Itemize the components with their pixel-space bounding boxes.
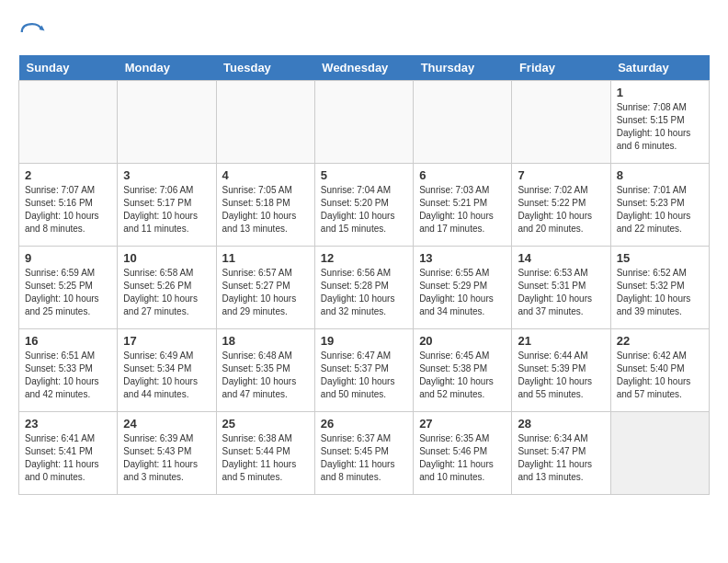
day-number: 17 bbox=[123, 334, 210, 348]
day-info: Sunrise: 6:34 AM Sunset: 5:47 PM Dayligh… bbox=[518, 432, 604, 484]
calendar-cell: 14Sunrise: 6:53 AM Sunset: 5:31 PM Dayli… bbox=[512, 247, 610, 329]
calendar-row: 9Sunrise: 6:59 AM Sunset: 5:25 PM Daylig… bbox=[19, 247, 710, 329]
day-number: 7 bbox=[518, 168, 604, 182]
calendar-cell: 16Sunrise: 6:51 AM Sunset: 5:33 PM Dayli… bbox=[19, 329, 118, 412]
calendar-cell: 12Sunrise: 6:56 AM Sunset: 5:28 PM Dayli… bbox=[314, 247, 413, 329]
logo-icon bbox=[18, 18, 46, 46]
day-number: 3 bbox=[123, 168, 210, 182]
calendar-cell bbox=[610, 412, 709, 495]
day-info: Sunrise: 6:39 AM Sunset: 5:43 PM Dayligh… bbox=[123, 432, 210, 484]
calendar-cell: 2Sunrise: 7:07 AM Sunset: 5:16 PM Daylig… bbox=[19, 164, 118, 247]
calendar-cell: 3Sunrise: 7:06 AM Sunset: 5:17 PM Daylig… bbox=[118, 164, 216, 247]
calendar-cell: 20Sunrise: 6:45 AM Sunset: 5:38 PM Dayli… bbox=[414, 329, 512, 412]
calendar-cell: 26Sunrise: 6:37 AM Sunset: 5:45 PM Dayli… bbox=[314, 412, 413, 495]
logo bbox=[18, 18, 50, 46]
calendar-cell bbox=[314, 81, 413, 164]
day-number: 14 bbox=[518, 251, 604, 265]
calendar-cell: 28Sunrise: 6:34 AM Sunset: 5:47 PM Dayli… bbox=[512, 412, 610, 495]
day-info: Sunrise: 7:01 AM Sunset: 5:23 PM Dayligh… bbox=[617, 184, 703, 236]
day-number: 8 bbox=[617, 168, 703, 182]
calendar-cell bbox=[19, 81, 118, 164]
weekday-header: Thursday bbox=[414, 55, 512, 81]
day-info: Sunrise: 6:52 AM Sunset: 5:32 PM Dayligh… bbox=[617, 267, 703, 318]
day-number: 27 bbox=[419, 417, 506, 431]
day-number: 13 bbox=[419, 251, 506, 265]
calendar-table: SundayMondayTuesdayWednesdayThursdayFrid… bbox=[18, 55, 710, 495]
day-info: Sunrise: 6:59 AM Sunset: 5:25 PM Dayligh… bbox=[25, 267, 111, 318]
day-number: 11 bbox=[222, 251, 309, 265]
weekday-header: Wednesday bbox=[314, 55, 413, 81]
day-info: Sunrise: 6:47 AM Sunset: 5:37 PM Dayligh… bbox=[321, 350, 407, 401]
calendar-cell: 15Sunrise: 6:52 AM Sunset: 5:32 PM Dayli… bbox=[610, 247, 709, 329]
calendar-row: 2Sunrise: 7:07 AM Sunset: 5:16 PM Daylig… bbox=[19, 164, 710, 247]
day-info: Sunrise: 7:03 AM Sunset: 5:21 PM Dayligh… bbox=[419, 184, 506, 236]
weekday-header: Tuesday bbox=[216, 55, 314, 81]
day-number: 19 bbox=[321, 334, 407, 348]
header bbox=[18, 18, 710, 46]
calendar-cell: 11Sunrise: 6:57 AM Sunset: 5:27 PM Dayli… bbox=[216, 247, 314, 329]
day-info: Sunrise: 6:37 AM Sunset: 5:45 PM Dayligh… bbox=[321, 432, 407, 484]
day-info: Sunrise: 6:58 AM Sunset: 5:26 PM Dayligh… bbox=[123, 267, 210, 318]
day-number: 6 bbox=[419, 168, 506, 182]
day-info: Sunrise: 6:45 AM Sunset: 5:38 PM Dayligh… bbox=[419, 350, 506, 401]
calendar-cell: 5Sunrise: 7:04 AM Sunset: 5:20 PM Daylig… bbox=[314, 164, 413, 247]
day-info: Sunrise: 6:57 AM Sunset: 5:27 PM Dayligh… bbox=[222, 267, 309, 318]
day-number: 9 bbox=[25, 251, 111, 265]
day-info: Sunrise: 7:08 AM Sunset: 5:15 PM Dayligh… bbox=[617, 101, 703, 153]
calendar-cell bbox=[512, 81, 610, 164]
day-info: Sunrise: 6:44 AM Sunset: 5:39 PM Dayligh… bbox=[518, 350, 604, 401]
calendar-cell: 17Sunrise: 6:49 AM Sunset: 5:34 PM Dayli… bbox=[118, 329, 216, 412]
day-number: 26 bbox=[321, 417, 407, 431]
day-number: 10 bbox=[123, 251, 210, 265]
day-number: 20 bbox=[419, 334, 506, 348]
day-number: 4 bbox=[222, 168, 309, 182]
day-number: 18 bbox=[222, 334, 309, 348]
day-info: Sunrise: 6:56 AM Sunset: 5:28 PM Dayligh… bbox=[321, 267, 407, 318]
calendar-cell: 25Sunrise: 6:38 AM Sunset: 5:44 PM Dayli… bbox=[216, 412, 314, 495]
weekday-header: Saturday bbox=[610, 55, 709, 81]
calendar-cell: 23Sunrise: 6:41 AM Sunset: 5:41 PM Dayli… bbox=[19, 412, 118, 495]
day-info: Sunrise: 6:53 AM Sunset: 5:31 PM Dayligh… bbox=[518, 267, 604, 318]
calendar-cell: 19Sunrise: 6:47 AM Sunset: 5:37 PM Dayli… bbox=[314, 329, 413, 412]
calendar-cell: 4Sunrise: 7:05 AM Sunset: 5:18 PM Daylig… bbox=[216, 164, 314, 247]
calendar-cell: 9Sunrise: 6:59 AM Sunset: 5:25 PM Daylig… bbox=[19, 247, 118, 329]
calendar-cell: 10Sunrise: 6:58 AM Sunset: 5:26 PM Dayli… bbox=[118, 247, 216, 329]
calendar-cell bbox=[414, 81, 512, 164]
day-info: Sunrise: 7:06 AM Sunset: 5:17 PM Dayligh… bbox=[123, 184, 210, 236]
day-info: Sunrise: 6:55 AM Sunset: 5:29 PM Dayligh… bbox=[419, 267, 506, 318]
day-info: Sunrise: 7:02 AM Sunset: 5:22 PM Dayligh… bbox=[518, 184, 604, 236]
day-number: 22 bbox=[617, 334, 703, 348]
day-number: 5 bbox=[321, 168, 407, 182]
calendar-cell bbox=[118, 81, 216, 164]
weekday-header: Monday bbox=[118, 55, 216, 81]
day-info: Sunrise: 7:04 AM Sunset: 5:20 PM Dayligh… bbox=[321, 184, 407, 236]
day-number: 24 bbox=[123, 417, 210, 431]
day-info: Sunrise: 7:07 AM Sunset: 5:16 PM Dayligh… bbox=[25, 184, 111, 236]
calendar-cell: 27Sunrise: 6:35 AM Sunset: 5:46 PM Dayli… bbox=[414, 412, 512, 495]
calendar-cell: 7Sunrise: 7:02 AM Sunset: 5:22 PM Daylig… bbox=[512, 164, 610, 247]
calendar-cell: 8Sunrise: 7:01 AM Sunset: 5:23 PM Daylig… bbox=[610, 164, 709, 247]
day-number: 28 bbox=[518, 417, 604, 431]
day-info: Sunrise: 7:05 AM Sunset: 5:18 PM Dayligh… bbox=[222, 184, 309, 236]
day-info: Sunrise: 6:35 AM Sunset: 5:46 PM Dayligh… bbox=[419, 432, 506, 484]
day-info: Sunrise: 6:48 AM Sunset: 5:35 PM Dayligh… bbox=[222, 350, 309, 401]
day-number: 16 bbox=[25, 334, 111, 348]
weekday-header: Sunday bbox=[19, 55, 118, 81]
day-number: 2 bbox=[25, 168, 111, 182]
day-number: 15 bbox=[617, 251, 703, 265]
day-info: Sunrise: 6:49 AM Sunset: 5:34 PM Dayligh… bbox=[123, 350, 210, 401]
day-info: Sunrise: 6:38 AM Sunset: 5:44 PM Dayligh… bbox=[222, 432, 309, 484]
calendar-cell: 18Sunrise: 6:48 AM Sunset: 5:35 PM Dayli… bbox=[216, 329, 314, 412]
calendar-row: 16Sunrise: 6:51 AM Sunset: 5:33 PM Dayli… bbox=[19, 329, 710, 412]
day-number: 23 bbox=[25, 417, 111, 431]
calendar-cell: 6Sunrise: 7:03 AM Sunset: 5:21 PM Daylig… bbox=[414, 164, 512, 247]
calendar-row: 1Sunrise: 7:08 AM Sunset: 5:15 PM Daylig… bbox=[19, 81, 710, 164]
calendar-header: SundayMondayTuesdayWednesdayThursdayFrid… bbox=[19, 55, 710, 81]
day-number: 25 bbox=[222, 417, 309, 431]
weekday-header: Friday bbox=[512, 55, 610, 81]
calendar-cell bbox=[216, 81, 314, 164]
calendar-cell: 22Sunrise: 6:42 AM Sunset: 5:40 PM Dayli… bbox=[610, 329, 709, 412]
calendar-cell: 21Sunrise: 6:44 AM Sunset: 5:39 PM Dayli… bbox=[512, 329, 610, 412]
day-number: 1 bbox=[617, 86, 703, 99]
calendar-cell: 1Sunrise: 7:08 AM Sunset: 5:15 PM Daylig… bbox=[610, 81, 709, 164]
